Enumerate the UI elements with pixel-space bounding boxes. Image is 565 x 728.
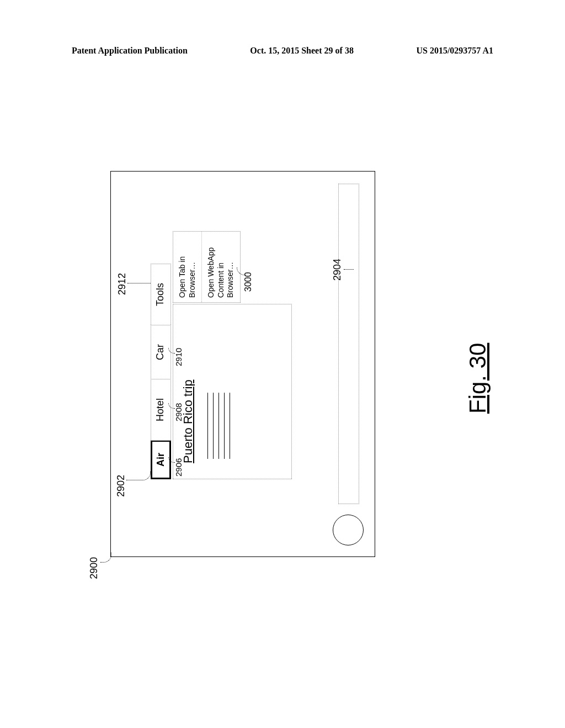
content-line: [213, 393, 218, 459]
header-center: Oct. 15, 2015 Sheet 29 of 38: [250, 46, 354, 56]
ref-2900: 2900: [88, 557, 100, 579]
content-line: [224, 393, 230, 459]
tabstrip: Air Hotel Car Tools: [151, 264, 171, 479]
figure-caption: Fig. 30: [465, 343, 491, 414]
bottom-bar: [338, 184, 359, 504]
header-left: Patent Application Publication: [72, 46, 188, 56]
content-line: [207, 393, 213, 459]
leader-2912: [127, 283, 151, 283]
page-header: Patent Application Publication Oct. 15, …: [72, 46, 493, 56]
tab-air[interactable]: Air: [151, 440, 171, 479]
ref-2912: 2912: [116, 273, 128, 295]
content-title: Puerto Rico trip: [181, 311, 195, 463]
leader-2900: [100, 553, 111, 563]
home-button[interactable]: [333, 515, 364, 545]
content-panel: Puerto Rico trip: [173, 304, 292, 479]
leader-2902: [126, 472, 151, 480]
menu-open-tab[interactable]: Open Tab in Browser…: [173, 232, 202, 302]
content-line: [218, 393, 224, 459]
tools-menu: Open Tab in Browser… Open WebApp Content…: [173, 231, 241, 303]
content-lines: [207, 393, 235, 459]
header-right: US 2015/0293757 A1: [416, 46, 493, 56]
tab-hotel[interactable]: Hotel: [151, 379, 171, 441]
content-line: [230, 393, 235, 459]
tab-car[interactable]: Car: [151, 325, 171, 379]
device-frame: 2902 2912 Air Hotel Car Tools 2906 2908 …: [110, 171, 375, 557]
tab-tools[interactable]: Tools: [151, 264, 171, 325]
figure-inner: 2900 2902 2912 Air Hotel Car Tools 2906 …: [88, 149, 502, 579]
figure-stage: 2900 2902 2912 Air Hotel Car Tools 2906 …: [88, 149, 502, 579]
menu-open-webapp[interactable]: Open WebApp Content in Browser…: [202, 232, 240, 302]
ref-2902: 2902: [115, 475, 127, 497]
